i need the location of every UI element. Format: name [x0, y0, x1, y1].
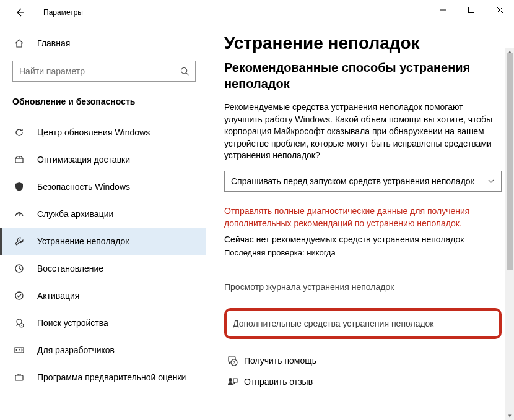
- page-description: Рекомендуемые средства устранения непола…: [224, 101, 508, 162]
- sidebar-item-label: Служба архивации: [37, 209, 113, 219]
- feedback-label: Отправить отзыв: [244, 377, 313, 387]
- diagnostic-notice[interactable]: Отправлять полные диагностические данные…: [224, 205, 508, 229]
- svg-line-5: [186, 72, 189, 75]
- shield-icon: [12, 182, 26, 192]
- dev-icon: [12, 345, 26, 355]
- activation-icon: [12, 291, 26, 301]
- search-input-container[interactable]: [12, 61, 196, 82]
- home-icon: [12, 38, 26, 48]
- maximize-button[interactable]: [457, 0, 486, 20]
- sidebar-item-label: Для разработчиков: [37, 345, 115, 355]
- feedback-link[interactable]: Отправить отзыв: [224, 372, 508, 391]
- sidebar-item-3[interactable]: Служба архивации: [0, 200, 206, 228]
- scroll-down-arrow[interactable]: ▾: [505, 411, 514, 420]
- sidebar-home-label: Главная: [37, 38, 70, 48]
- wrench-icon: [12, 236, 26, 246]
- sidebar-item-label: Центр обновления Windows: [37, 127, 150, 137]
- page-title: Устранение неполадок: [224, 33, 508, 53]
- refresh-icon: [12, 127, 26, 137]
- scrollbar[interactable]: ▴ ▾: [505, 48, 514, 420]
- svg-text:?: ?: [233, 361, 235, 365]
- sidebar-item-4[interactable]: Устранение неполадок: [0, 228, 206, 255]
- additional-troubleshooters-link[interactable]: Дополнительные средства устранения непол…: [224, 308, 502, 339]
- chevron-down-icon: [487, 178, 495, 185]
- help-icon: ?: [224, 356, 240, 366]
- page-subtitle: Рекомендованные способы устранения непол…: [224, 59, 508, 92]
- delivery-icon: [12, 155, 26, 165]
- help-label: Получить помощь: [244, 356, 316, 366]
- sidebar-item-label: Безопасность Windows: [37, 182, 130, 192]
- status-text: Сейчас нет рекомендуемых средств устране…: [224, 234, 508, 244]
- scrollbar-thumb[interactable]: [507, 53, 513, 270]
- backup-icon: [12, 209, 26, 219]
- svg-rect-12: [15, 375, 23, 380]
- sidebar-home[interactable]: Главная: [0, 31, 206, 56]
- svg-point-4: [181, 67, 186, 73]
- get-help-link[interactable]: ? Получить помощь: [224, 351, 508, 370]
- sidebar-item-5[interactable]: Восстановление: [0, 255, 206, 282]
- sidebar-item-1[interactable]: Оптимизация доставки: [0, 146, 206, 173]
- find-icon: [12, 318, 26, 328]
- sidebar-section-header: Обновление и безопасность: [0, 94, 206, 115]
- svg-rect-6: [15, 158, 23, 163]
- sidebar-item-label: Восстановление: [37, 264, 103, 273]
- close-button[interactable]: [486, 0, 514, 20]
- back-button[interactable]: [9, 1, 31, 24]
- troubleshoot-mode-select[interactable]: Спрашивать перед запуском средств устран…: [224, 171, 502, 192]
- sidebar-item-7[interactable]: Поиск устройства: [0, 309, 206, 336]
- sidebar-item-label: Активация: [37, 291, 79, 301]
- minimize-button[interactable]: [429, 0, 457, 20]
- search-icon: [180, 67, 190, 76]
- sidebar-item-8[interactable]: Для разработчиков: [0, 336, 206, 364]
- feedback-icon: [224, 377, 240, 387]
- sidebar-item-6[interactable]: Активация: [0, 282, 206, 309]
- sidebar-item-label: Программа предварительной оценки: [37, 372, 186, 382]
- recovery-icon: [12, 264, 26, 273]
- last-check-text: Последняя проверка: никогда: [224, 248, 508, 257]
- app-title: Параметры: [43, 8, 83, 17]
- select-value: Спрашивать перед запуском средств устран…: [231, 176, 474, 186]
- svg-point-8: [15, 292, 23, 299]
- insider-icon: [12, 372, 26, 382]
- search-input[interactable]: [19, 66, 180, 76]
- sidebar-item-label: Устранение неполадок: [37, 236, 129, 246]
- main-content: Устранение неполадок Рекомендованные спо…: [206, 25, 514, 420]
- sidebar-item-label: Поиск устройства: [37, 318, 108, 328]
- sidebar-item-label: Оптимизация доставки: [37, 155, 130, 165]
- history-link[interactable]: Просмотр журнала устранения неполадок: [224, 282, 508, 292]
- svg-rect-1: [469, 7, 474, 13]
- sidebar-item-9[interactable]: Программа предварительной оценки: [0, 364, 206, 391]
- svg-point-15: [229, 378, 232, 382]
- sidebar-item-0[interactable]: Центр обновления Windows: [0, 119, 206, 146]
- additional-link-text: Дополнительные средства устранения непол…: [233, 319, 434, 328]
- sidebar: Главная Обновление и безопасность Центр …: [0, 25, 206, 420]
- sidebar-item-2[interactable]: Безопасность Windows: [0, 173, 206, 200]
